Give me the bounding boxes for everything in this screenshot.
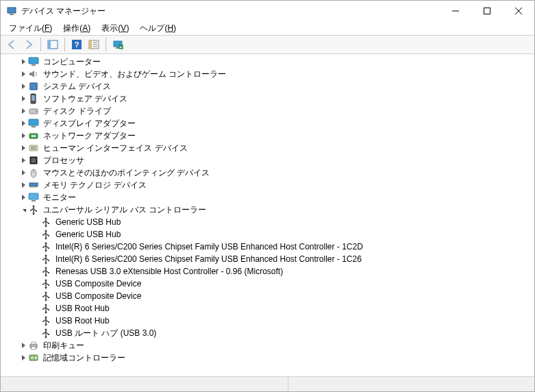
expander-closed-icon[interactable] [18,167,28,179]
usb-icon [40,217,51,228]
expander-closed-icon[interactable] [18,105,28,117]
toolbar [1,35,534,54]
tree-item[interactable]: システム デバイス [6,80,533,93]
tree-item[interactable]: 記憶域コントローラー [6,352,533,364]
tree-item-label: ディスプレイ アダプター [42,117,137,130]
hid-icon [28,143,39,154]
close-button[interactable] [503,1,534,21]
expander-none-icon [31,253,40,265]
expander-none-icon [31,302,40,315]
tree-item-label: システム デバイス [42,80,112,93]
menu-action[interactable]: 操作(A) [58,22,96,35]
usb-icon [40,241,51,252]
expander-none-icon [31,241,40,253]
menu-view[interactable]: 表示(V) [96,22,134,35]
tree-item-label: サウンド、ビデオ、およびゲーム コントローラー [42,68,227,80]
disk-icon [28,106,39,117]
tree-item-label: Generic USB Hub [54,216,122,228]
usb-icon [40,291,51,302]
show-hide-tree-button[interactable] [45,36,61,53]
maximize-button[interactable] [471,1,503,21]
tree-item[interactable]: Intel(R) 6 Series/C200 Series Chipset Fa… [6,253,533,265]
tree-item-label: USB Composite Device [54,290,142,302]
monitor-icon [28,56,39,67]
tree-item[interactable]: Intel(R) 6 Series/C200 Series Chipset Fa… [6,241,533,253]
scan-hardware-button[interactable] [110,36,126,53]
tree-item[interactable]: モニター [6,191,533,204]
tree-item[interactable]: Generic USB Hub [6,216,533,228]
expander-none-icon [31,216,40,228]
help-button[interactable] [69,36,85,53]
tree-item-label: ユニバーサル シリアル バス コントローラー [42,204,208,216]
tree-item[interactable]: ネットワーク アダプター [6,130,533,142]
tree-item[interactable]: ユニバーサル シリアル バス コントローラー [6,204,533,216]
tree-item-label: USB Root Hub [54,302,111,315]
expander-closed-icon[interactable] [18,80,28,93]
forward-button[interactable] [21,36,37,53]
tree-item-label: ソフトウェア デバイス [42,93,129,105]
tree-item[interactable]: コンピューター [6,56,533,68]
minimize-button[interactable] [440,1,471,21]
tree-item[interactable]: Renesas USB 3.0 eXtensible Host Controll… [6,265,533,278]
tree-item[interactable]: USB ルート ハブ (USB 3.0) [6,327,533,339]
usb-icon [40,328,51,339]
tree-item[interactable]: ディスプレイ アダプター [6,117,533,130]
expander-closed-icon[interactable] [18,93,28,105]
usb-icon [40,278,51,289]
expander-closed-icon[interactable] [18,352,28,364]
tree-item[interactable]: USB Composite Device [6,278,533,290]
expander-none-icon [31,265,40,278]
expander-none-icon [31,315,40,327]
tree-item[interactable]: USB Root Hub [6,302,533,315]
tree-item-label: プロセッサ [42,154,86,167]
soft-icon [28,93,39,104]
storage-icon [28,352,39,363]
tree-item[interactable]: サウンド、ビデオ、およびゲーム コントローラー [6,68,533,80]
expander-closed-icon[interactable] [18,191,28,204]
usb-icon [40,303,51,314]
tree-item[interactable]: メモリ テクノロジ デバイス [6,179,533,191]
tree-item[interactable]: ディスク ドライブ [6,105,533,117]
tree-item[interactable]: マウスとそのほかのポインティング デバイス [6,167,533,179]
tree-item-label: USB Root Hub [54,315,111,327]
menubar: ファイル(F) 操作(A) 表示(V) ヘルプ(H) [1,21,534,35]
tree-item[interactable]: 印刷キュー [6,339,533,352]
usb-icon [40,315,51,326]
tree-item[interactable]: USB Composite Device [6,290,533,302]
expander-closed-icon[interactable] [18,154,28,167]
tree-item-label: モニター [42,191,77,204]
tree-item[interactable]: ヒューマン インターフェイス デバイス [6,142,533,154]
device-tree[interactable]: コンピューターサウンド、ビデオ、およびゲーム コントローラーシステム デバイスソ… [1,54,534,376]
expander-open-icon[interactable] [18,204,28,216]
toolbar-separator [64,38,65,51]
menu-file[interactable]: ファイル(F) [3,22,58,35]
tree-item-label: マウスとそのほかのポインティング デバイス [42,167,211,179]
expander-closed-icon[interactable] [18,68,28,80]
network-icon [28,130,39,141]
expander-closed-icon[interactable] [18,117,28,130]
expander-none-icon [31,228,40,241]
tree-item-label: USB Composite Device [54,278,142,290]
tree-item[interactable]: ソフトウェア デバイス [6,93,533,105]
cpu-icon [28,155,39,166]
expander-closed-icon[interactable] [18,130,28,142]
expander-closed-icon[interactable] [18,56,28,68]
tree-item[interactable]: プロセッサ [6,154,533,167]
properties-button[interactable] [86,36,102,53]
tree-item-label: Renesas USB 3.0 eXtensible Host Controll… [54,265,284,278]
expander-closed-icon[interactable] [18,142,28,154]
expander-none-icon [31,327,40,339]
expander-closed-icon[interactable] [18,339,28,352]
speaker-icon [28,69,39,79]
titlebar: デバイス マネージャー [1,1,534,21]
expander-closed-icon[interactable] [18,179,28,191]
back-button[interactable] [3,36,20,53]
tree-item[interactable]: Generic USB Hub [6,228,533,241]
menu-help[interactable]: ヘルプ(H) [134,22,182,35]
mouse-icon [28,167,39,178]
window-controls [440,1,534,21]
tree-item-label: 記憶域コントローラー [42,352,127,364]
tree-item[interactable]: USB Root Hub [6,315,533,327]
chip-icon [28,81,39,92]
toolbar-separator [40,38,41,51]
